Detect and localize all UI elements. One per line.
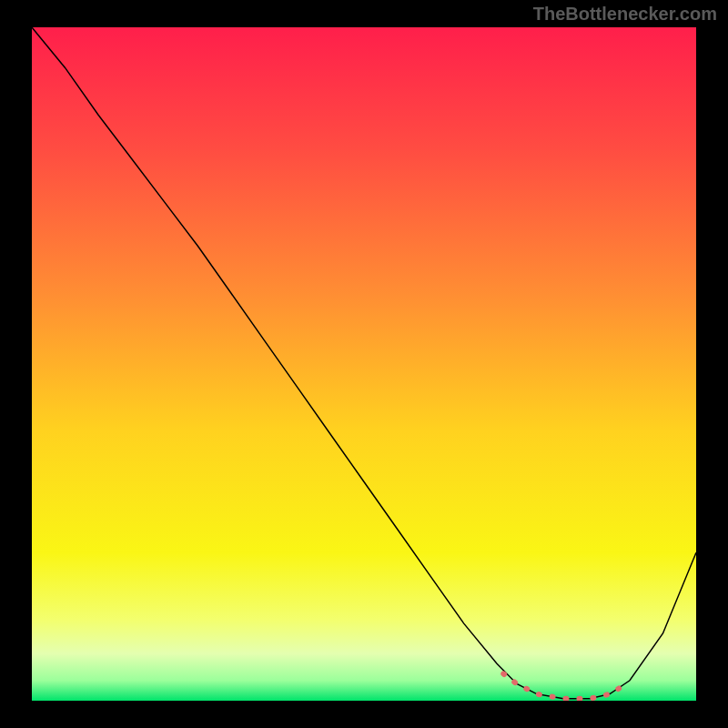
bottleneck-chart	[32, 27, 696, 701]
gradient-background	[32, 27, 696, 701]
chart-svg	[32, 27, 696, 701]
watermark-text: TheBottlenecker.com	[533, 4, 717, 25]
